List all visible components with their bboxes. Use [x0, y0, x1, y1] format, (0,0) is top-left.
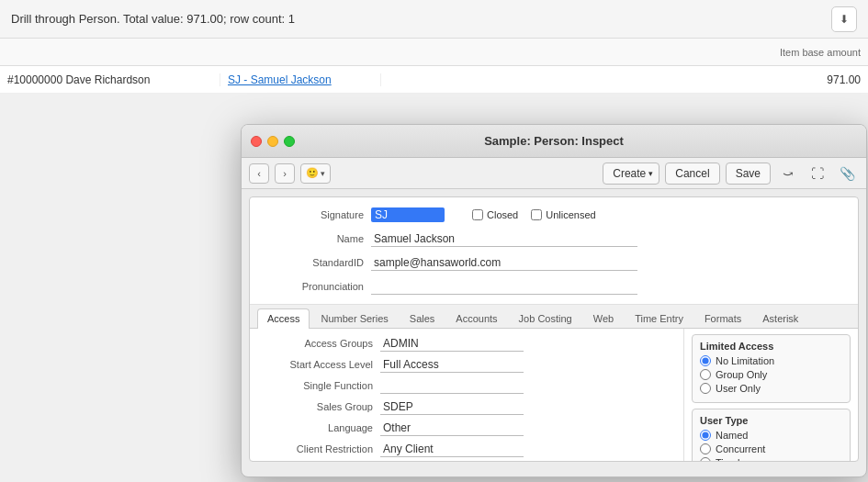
tab-asterisk[interactable]: Asterisk	[752, 308, 808, 328]
close-button[interactable]	[251, 136, 262, 147]
tab-number-series[interactable]: Number Series	[310, 308, 398, 328]
tab-formats[interactable]: Formats	[694, 308, 751, 328]
col3-header: Item base amount	[381, 47, 868, 58]
tab-accounts[interactable]: Accounts	[445, 308, 507, 328]
person-link[interactable]: SJ - Samuel Jackson	[220, 73, 381, 86]
user-type-title: User Type	[700, 415, 842, 426]
signature-row: Signature SJ Closed Unlicensed	[261, 205, 847, 225]
modal: Sample: Person: Inspect ‹ › 🙂 ▾ Create ▾…	[241, 124, 867, 477]
history-icon[interactable]: ⤻	[776, 163, 800, 185]
unlicensed-checkbox[interactable]	[531, 209, 542, 220]
start-access-label: Start Access Level	[261, 359, 380, 370]
language-label: Language	[261, 422, 380, 433]
item-base-amount: 971.00	[381, 73, 868, 86]
top-bar-title: Drill through Person. Total value: 971.0…	[11, 12, 295, 26]
limited-access-title: Limited Access	[700, 341, 842, 352]
modal-title: Sample: Person: Inspect	[484, 134, 624, 148]
forward-button[interactable]: ›	[275, 163, 295, 184]
emoji-picker-button[interactable]: 🙂 ▾	[300, 163, 331, 184]
tab-job-costing[interactable]: Job Costing	[509, 308, 582, 328]
group-only-item: Group Only	[700, 369, 842, 380]
named-label: Named	[716, 430, 748, 441]
tab-right: Limited Access No Limitation Group Only …	[683, 329, 858, 462]
named-radio[interactable]	[700, 430, 711, 441]
user-type-box: User Type Named Concurrent Timekeeper	[692, 409, 851, 462]
create-button[interactable]: Create ▾	[603, 163, 659, 185]
access-groups-label: Access Groups	[261, 338, 380, 349]
concurrent-radio[interactable]	[700, 443, 711, 454]
name-input[interactable]	[371, 231, 637, 247]
tab-content: Access Groups Start Access Level Single …	[250, 329, 858, 462]
pronunciation-input[interactable]	[371, 279, 637, 295]
named-item: Named	[700, 430, 842, 441]
contact-code-row: Contact Code	[261, 461, 672, 462]
tabs-row: Access Number Series Sales Accounts Job …	[250, 305, 858, 329]
table-row: #10000000 Dave Richardson SJ - Samuel Ja…	[0, 66, 868, 94]
group-only-label: Group Only	[716, 369, 767, 380]
fullscreen-icon[interactable]: ⛶	[806, 163, 829, 185]
pronunciation-row: Pronunciation	[261, 276, 847, 297]
download-button[interactable]: ⬇	[831, 6, 857, 32]
concurrent-label: Concurrent	[716, 443, 765, 454]
save-button[interactable]: Save	[726, 163, 771, 185]
unlicensed-checkbox-item: Unlicensed	[531, 209, 595, 220]
timekeeper-item: Timekeeper	[700, 457, 842, 462]
signature-input[interactable]: SJ	[371, 207, 445, 222]
name-label: Name	[261, 233, 371, 244]
table-header: Item base amount	[0, 39, 868, 66]
user-only-item: User Only	[700, 383, 842, 394]
user-only-label: User Only	[716, 383, 761, 394]
tab-time-entry[interactable]: Time Entry	[625, 308, 693, 328]
single-function-input[interactable]	[380, 378, 524, 394]
cancel-button[interactable]: Cancel	[665, 163, 719, 185]
language-input[interactable]	[380, 420, 524, 436]
back-button[interactable]: ‹	[249, 163, 269, 184]
timekeeper-radio[interactable]	[700, 457, 711, 462]
group-only-radio[interactable]	[700, 369, 711, 380]
modal-toolbar: ‹ › 🙂 ▾ Create ▾ Cancel Save ⤻ ⛶ 📎	[242, 158, 866, 189]
tab-left: Access Groups Start Access Level Single …	[250, 329, 683, 462]
single-function-row: Single Function	[261, 376, 672, 395]
tab-web[interactable]: Web	[583, 308, 624, 328]
tab-access[interactable]: Access	[257, 308, 310, 329]
sales-group-row: Sales Group	[261, 398, 672, 416]
attachment-icon[interactable]: 📎	[835, 163, 859, 185]
closed-label: Closed	[487, 209, 518, 220]
checkbox-row: Closed Unlicensed	[472, 209, 596, 220]
client-restriction-row: Client Restriction	[261, 440, 672, 458]
client-restriction-input[interactable]	[380, 442, 524, 457]
sales-group-label: Sales Group	[261, 401, 380, 412]
form-section-top: Signature SJ Closed Unlicensed Name	[250, 197, 858, 305]
modal-body: Signature SJ Closed Unlicensed Name	[249, 196, 859, 462]
access-groups-row: Access Groups	[261, 334, 672, 353]
no-limitation-radio[interactable]	[700, 355, 711, 366]
concurrent-item: Concurrent	[700, 443, 842, 454]
unlicensed-label: Unlicensed	[546, 209, 595, 220]
no-limitation-item: No Limitation	[700, 355, 842, 366]
pronunciation-label: Pronunciation	[261, 281, 371, 292]
tab-sales[interactable]: Sales	[400, 308, 445, 328]
client-restriction-label: Client Restriction	[261, 443, 380, 454]
user-only-radio[interactable]	[700, 383, 711, 394]
standardid-label: StandardID	[261, 257, 371, 268]
sales-group-input[interactable]	[380, 399, 524, 415]
closed-checkbox-item: Closed	[472, 209, 518, 220]
access-groups-input[interactable]	[380, 336, 524, 352]
maximize-button[interactable]	[284, 136, 295, 147]
limited-access-box: Limited Access No Limitation Group Only …	[692, 334, 851, 403]
timekeeper-label: Timekeeper	[716, 457, 769, 462]
name-row: Name	[261, 229, 847, 249]
minimize-button[interactable]	[267, 136, 278, 147]
closed-checkbox[interactable]	[472, 209, 483, 220]
traffic-lights	[251, 136, 295, 147]
person-id: #10000000 Dave Richardson	[0, 73, 220, 86]
language-row: Language	[261, 419, 672, 437]
top-bar: Drill through Person. Total value: 971.0…	[0, 0, 868, 39]
signature-label: Signature	[261, 209, 371, 220]
standardid-input[interactable]	[371, 255, 637, 271]
start-access-input[interactable]	[380, 357, 524, 373]
single-function-label: Single Function	[261, 380, 380, 391]
start-access-row: Start Access Level	[261, 355, 672, 374]
standardid-row: StandardID	[261, 252, 847, 273]
no-limitation-label: No Limitation	[716, 355, 774, 366]
